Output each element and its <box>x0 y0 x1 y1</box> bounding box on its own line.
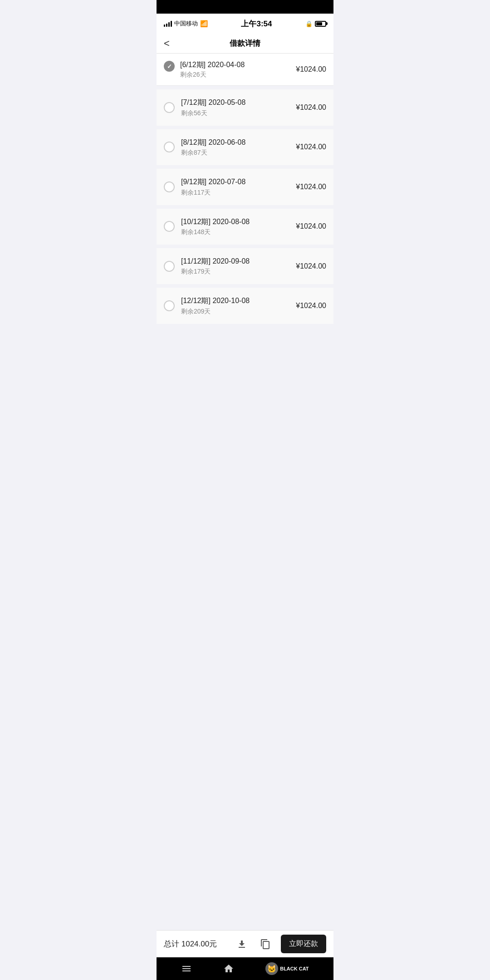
selected-item-info: [6/12期] 2020-04-08 剩余26天 <box>180 60 290 79</box>
back-button[interactable]: < <box>164 38 170 49</box>
radio-checked-icon <box>164 61 175 72</box>
radio-unchecked-10 <box>164 221 175 232</box>
payment-amount-10: ¥1024.00 <box>296 222 326 230</box>
payment-days-10: 剩余148天 <box>181 228 289 236</box>
lock-icon: 🔒 <box>305 20 313 27</box>
payment-info-7: [7/12期] 2020-05-08 剩余56天 <box>181 98 289 117</box>
payment-label-7: [7/12期] 2020-05-08 <box>181 98 289 108</box>
payment-amount-9: ¥1024.00 <box>296 183 326 191</box>
payment-label-8: [8/12期] 2020-06-08 <box>181 137 289 147</box>
radio-unchecked-9 <box>164 181 175 192</box>
payment-label-12: [12/12期] 2020-10-08 <box>181 296 289 306</box>
payment-days-9: 剩余117天 <box>181 189 289 197</box>
payment-label-11: [11/12期] 2020-09-08 <box>181 256 289 266</box>
radio-unchecked-8 <box>164 142 175 152</box>
payment-label-9: [9/12期] 2020-07-08 <box>181 177 289 187</box>
radio-unchecked-11 <box>164 261 175 272</box>
page-title: 借款详情 <box>230 38 260 49</box>
top-black-bar <box>157 0 333 14</box>
radio-unchecked-12 <box>164 300 175 311</box>
payment-item-8[interactable]: [8/12期] 2020-06-08 剩余87天 ¥1024.00 <box>157 129 333 169</box>
carrier-name: 中国移动 <box>174 20 198 28</box>
payment-amount-8: ¥1024.00 <box>296 143 326 151</box>
payment-amount-11: ¥1024.00 <box>296 262 326 270</box>
wifi-icon: 📶 <box>200 20 208 27</box>
payment-info-11: [11/12期] 2020-09-08 剩余179天 <box>181 256 289 276</box>
main-content: [6/12期] 2020-04-08 剩余26天 ¥1024.00 [7/12期… <box>157 54 333 382</box>
payment-days-12: 剩余209天 <box>181 308 289 316</box>
payment-item-10[interactable]: [10/12期] 2020-08-08 剩余148天 ¥1024.00 <box>157 209 333 248</box>
payment-item-7[interactable]: [7/12期] 2020-05-08 剩余56天 ¥1024.00 <box>157 89 333 129</box>
payment-item-9[interactable]: [9/12期] 2020-07-08 剩余117天 ¥1024.00 <box>157 169 333 208</box>
payment-info-9: [9/12期] 2020-07-08 剩余117天 <box>181 177 289 196</box>
status-time: 上午3:54 <box>241 19 272 29</box>
payment-info-12: [12/12期] 2020-10-08 剩余209天 <box>181 296 289 315</box>
payment-amount-7: ¥1024.00 <box>296 103 326 112</box>
status-bar: 中国移动 📶 上午3:54 🔒 <box>157 14 333 34</box>
selected-payment-item[interactable]: [6/12期] 2020-04-08 剩余26天 ¥1024.00 <box>157 54 333 86</box>
payment-days-7: 剩余56天 <box>181 109 289 118</box>
payment-item-11[interactable]: [11/12期] 2020-09-08 剩余179天 ¥1024.00 <box>157 248 333 288</box>
selected-item-days: 剩余26天 <box>180 71 290 79</box>
payment-item-12[interactable]: [12/12期] 2020-10-08 剩余209天 ¥1024.00 <box>157 288 333 327</box>
radio-unchecked-7 <box>164 102 175 113</box>
status-left: 中国移动 📶 <box>164 20 208 28</box>
payment-amount-12: ¥1024.00 <box>296 302 326 310</box>
selected-item-amount: ¥1024.00 <box>296 65 326 74</box>
payment-info-10: [10/12期] 2020-08-08 剩余148天 <box>181 217 289 236</box>
selected-item-label: [6/12期] 2020-04-08 <box>180 60 290 70</box>
nav-bar: < 借款详情 <box>157 34 333 54</box>
payment-days-11: 剩余179天 <box>181 268 289 276</box>
payment-list: [7/12期] 2020-05-08 剩余56天 ¥1024.00 [8/12期… <box>157 89 333 327</box>
battery-icon <box>315 21 326 27</box>
status-right: 🔒 <box>305 20 326 27</box>
payment-days-8: 剩余87天 <box>181 149 289 157</box>
payment-info-8: [8/12期] 2020-06-08 剩余87天 <box>181 137 289 157</box>
signal-icon <box>164 20 172 27</box>
payment-label-10: [10/12期] 2020-08-08 <box>181 217 289 227</box>
